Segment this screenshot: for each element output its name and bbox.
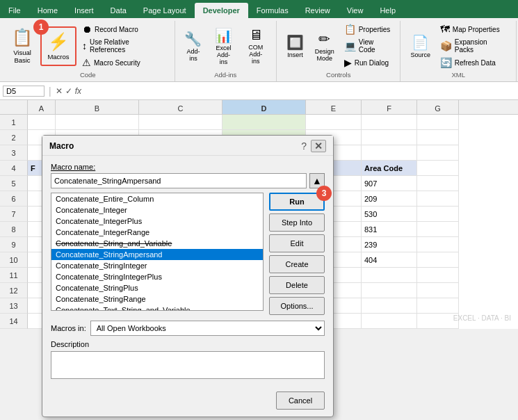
list-item[interactable]: Concatenate_IntegerRange (51, 227, 263, 238)
com-add-ins-button[interactable]: 🖥 COMAdd-ins (241, 24, 270, 67)
run-dialog-button[interactable]: ▶ Run Dialog (341, 56, 395, 70)
add-ins-label: Add-ins (186, 48, 200, 62)
cell-g11[interactable] (417, 268, 459, 283)
use-relative-icon: ↕ (82, 40, 87, 51)
list-item[interactable]: Concatenate_StringInteger (51, 260, 263, 271)
dialog-footer: Cancel (42, 387, 333, 417)
visual-basic-button[interactable]: 📋 VisualBasic (7, 25, 38, 67)
step-into-button[interactable]: Step Into (269, 213, 325, 232)
cell-f13[interactable] (362, 298, 417, 314)
cancel-button[interactable]: Cancel (276, 391, 325, 410)
insert-function-icon[interactable]: fx (75, 86, 81, 96)
cell-f3[interactable] (362, 145, 417, 161)
options-button[interactable]: Options... (269, 297, 325, 315)
cell-f9[interactable]: 239 (362, 237, 417, 252)
insert-button[interactable]: 🔲 Insert (282, 31, 308, 61)
list-item[interactable]: Concatenate_Integer (51, 204, 263, 216)
row-header-7: 7 (0, 207, 28, 222)
tab-page-layout[interactable]: Page Layout (135, 3, 195, 18)
cell-f4[interactable]: Area Code (362, 161, 417, 176)
cell-d1[interactable] (222, 115, 306, 130)
tab-review[interactable]: Review (297, 3, 339, 18)
cell-b1[interactable] (56, 115, 139, 130)
excel-add-ins-button[interactable]: 📊 ExcelAdd-ins (209, 24, 238, 68)
macro-security-button[interactable]: ⚠ Macro Security (79, 56, 169, 70)
tab-insert[interactable]: Insert (66, 3, 102, 18)
cell-f14[interactable] (362, 314, 417, 329)
cancel-formula-icon[interactable]: ✕ (56, 86, 63, 96)
expansion-packs-button[interactable]: 📦 Expansion Packs (437, 37, 510, 55)
cell-g12[interactable] (417, 283, 459, 298)
properties-button[interactable]: 📋 Properties (341, 22, 395, 36)
list-item[interactable]: Concatenate_Entire_Column (51, 193, 263, 204)
macro-name-input[interactable] (51, 173, 307, 188)
cell-f1[interactable] (362, 115, 417, 130)
list-item[interactable]: Concatenate_Text_String_and_Variable (51, 305, 263, 311)
com-add-ins-icon: 🖥 (249, 27, 263, 43)
cell-f6[interactable]: 209 (362, 191, 417, 207)
add-ins-button[interactable]: 🔧 Add-ins (181, 28, 207, 65)
cell-g9[interactable] (417, 237, 459, 252)
formula-input[interactable] (84, 87, 515, 95)
list-item[interactable]: Concatenate_String_and_Variable (51, 238, 263, 249)
source-button[interactable]: 📄 Source (406, 31, 434, 61)
visual-basic-label: VisualBasic (13, 49, 31, 64)
list-item[interactable]: Concatenate_StringIntegerPlus (51, 271, 263, 282)
run-button-wrapper: Run 3 (269, 193, 325, 211)
tab-help[interactable]: Help (371, 3, 404, 18)
macros-in-select[interactable]: All Open Workbooks This Workbook Persona… (90, 321, 325, 336)
row-header-9: 9 (0, 237, 28, 252)
cell-g2[interactable] (417, 130, 459, 145)
cell-g1[interactable] (417, 115, 459, 130)
record-macro-button[interactable]: ⏺ Record Macro (79, 22, 169, 36)
cell-a1[interactable] (28, 115, 56, 130)
cell-f8[interactable]: 831 (362, 222, 417, 237)
cell-f10[interactable]: 404 (362, 252, 417, 268)
col-header-b: B (56, 100, 139, 114)
refresh-data-button[interactable]: 🔄 Refresh Data (437, 56, 510, 70)
design-mode-button[interactable]: ✏ DesignMode (311, 28, 339, 65)
list-item-selected[interactable]: Concatenate_StringAmpersand (51, 249, 263, 260)
description-textarea[interactable] (51, 351, 325, 379)
cell-g5[interactable] (417, 176, 459, 191)
cell-f7[interactable]: 530 (362, 207, 417, 222)
cell-g7[interactable] (417, 207, 459, 222)
cell-g6[interactable] (417, 191, 459, 207)
tab-formulas[interactable]: Formulas (248, 3, 297, 18)
insert-label: Insert (287, 51, 303, 58)
list-item[interactable]: Concatenate_StringPlus (51, 282, 263, 293)
cell-f12[interactable] (362, 283, 417, 298)
delete-button[interactable]: Delete (269, 276, 325, 294)
cell-g13[interactable] (417, 298, 459, 314)
tab-developer[interactable]: Developer (195, 3, 248, 18)
tab-view[interactable]: View (339, 3, 372, 18)
tab-file[interactable]: File (0, 3, 29, 18)
dialog-close-button[interactable]: ✕ (311, 140, 326, 152)
cell-g4[interactable] (417, 161, 459, 176)
tab-data[interactable]: Data (102, 3, 135, 18)
cell-g8[interactable] (417, 222, 459, 237)
cell-f5[interactable]: 907 (362, 176, 417, 191)
cell-g3[interactable] (417, 145, 459, 161)
use-relative-button[interactable]: ↕ Use Relative References (79, 37, 169, 55)
row-header-2: 2 (0, 130, 28, 145)
dialog-titlebar: Macro ? ✕ (42, 136, 333, 156)
row-header-5: 5 (0, 176, 28, 191)
macro-list[interactable]: Concatenate_Entire_Column Concatenate_In… (51, 193, 264, 311)
cell-g10[interactable] (417, 252, 459, 268)
source-label: Source (410, 51, 430, 58)
tab-home[interactable]: Home (29, 3, 66, 18)
edit-button[interactable]: Edit (269, 234, 325, 252)
create-button[interactable]: Create (269, 255, 325, 273)
cell-f2[interactable] (362, 130, 417, 145)
cell-reference-input[interactable] (3, 86, 44, 97)
view-code-button[interactable]: 💻 View Code (341, 37, 395, 55)
list-item[interactable]: Concatenate_IntegerPlus (51, 216, 263, 227)
cell-e1[interactable] (306, 115, 362, 130)
dialog-help-icon[interactable]: ? (301, 140, 307, 152)
cell-f11[interactable] (362, 268, 417, 283)
map-properties-button[interactable]: 🗺 Map Properties (437, 22, 510, 36)
confirm-formula-icon[interactable]: ✓ (65, 86, 72, 96)
cell-c1[interactable] (139, 115, 222, 130)
list-item[interactable]: Concatenate_StringRange (51, 293, 263, 305)
